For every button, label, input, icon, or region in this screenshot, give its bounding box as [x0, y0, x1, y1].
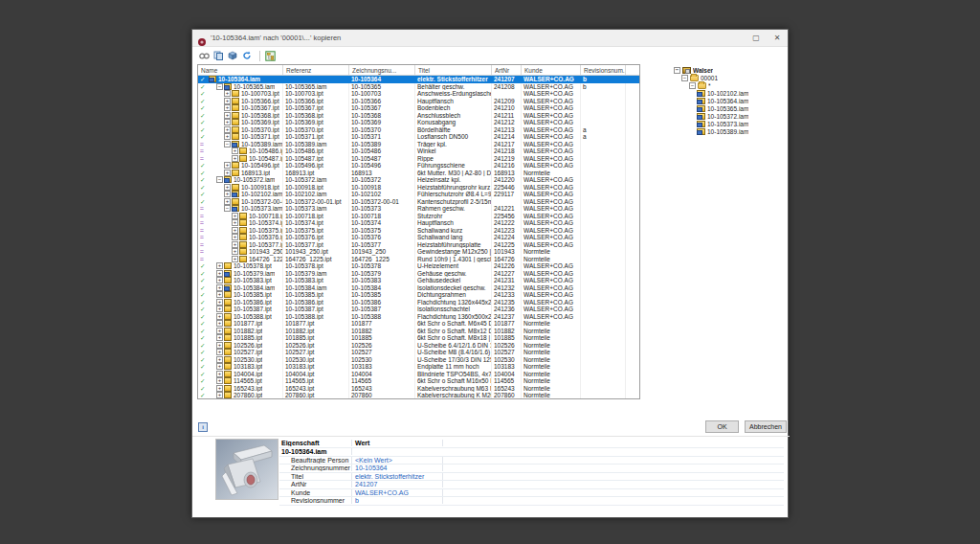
table-row[interactable]: ✓+101885.ipt101885.ipt1018856kt Schr o S… — [198, 334, 639, 342]
expander-icon[interactable]: + — [232, 248, 238, 255]
table-row[interactable]: ✓+10-105370.ipt10-105370.ipt10-105370Bör… — [198, 126, 639, 134]
table-row[interactable]: ✓+10-105384.iam10-105384.iam10-105384Iso… — [198, 284, 639, 292]
table-row[interactable]: ✓+10-105386.ipt10-105386.ipt10-105386Fla… — [198, 299, 639, 306]
expander-icon[interactable]: + — [232, 219, 238, 226]
table-row[interactable]: ✓+10-105378.ipt10-105378.ipt10-105378U-H… — [198, 262, 639, 270]
expander-icon[interactable]: + — [216, 313, 223, 320]
column-header[interactable]: Revisionsnum... — [581, 65, 626, 75]
property-value[interactable]: elektr. Stickstofferhitzer — [352, 473, 443, 480]
column-header[interactable]: Zeichnungsnu... — [349, 65, 415, 75]
property-value[interactable]: b — [352, 497, 443, 504]
ok-button[interactable]: OK — [705, 420, 739, 433]
table-row[interactable]: ✓+168913.ipt168913.ipt1689136kt Mutter. … — [198, 170, 639, 177]
expander-icon[interactable]: − — [224, 205, 231, 212]
expander-icon[interactable]: − — [674, 67, 680, 74]
expander-icon[interactable]: + — [224, 98, 231, 104]
expander-icon[interactable]: + — [216, 371, 223, 377]
expander-icon[interactable]: + — [216, 277, 223, 283]
expander-icon[interactable]: − — [216, 83, 223, 90]
table-row[interactable]: =+10-105377.ipt10-105377.ipt10-105377Hei… — [198, 241, 639, 249]
table-row[interactable]: ✓+102527.ipt102527.ipt102527U-Scheibe M8… — [198, 349, 639, 356]
table-row[interactable]: =+10-105486.ipt10-105486.ipt10-105486Win… — [198, 147, 639, 155]
component-icon[interactable] — [227, 50, 238, 61]
expander-icon[interactable]: + — [232, 155, 238, 162]
table-row[interactable]: ✓+10-100703.ipt10-100703.ipt10-100703Ans… — [198, 90, 639, 98]
column-header[interactable]: Name — [198, 65, 283, 75]
expander-icon[interactable]: + — [224, 126, 231, 133]
property-value[interactable]: 10-105364 — [352, 465, 443, 471]
tree-item[interactable]: −* — [674, 81, 787, 89]
table-row[interactable]: =+10-105374.ipt10-105374.ipt10-105374Hau… — [198, 219, 639, 227]
expander-icon[interactable]: + — [232, 256, 238, 262]
expander-icon[interactable]: + — [216, 342, 223, 349]
table-row[interactable]: ✓+207860.ipt207860.ipt207860Kabelverschr… — [198, 392, 639, 399]
table-row[interactable]: ✓10-105364.iam10-105364elektr. Stickstof… — [198, 76, 639, 83]
table-row[interactable]: ✓+101877.ipt101877.ipt1018776kt Schr o S… — [198, 320, 639, 328]
expander-icon[interactable]: + — [216, 299, 223, 306]
expander-icon[interactable]: − — [689, 82, 696, 89]
close-button[interactable]: ✕ — [767, 30, 788, 47]
table-row[interactable]: =+10-105376.ipt10-105376.ipt10-105376Sch… — [198, 234, 639, 241]
table-row[interactable]: ✓+10-105388.ipt10-105388.ipt10-105388Fla… — [198, 313, 639, 321]
table-row[interactable]: =+10-105375.ipt10-105375.ipt10-105375Sch… — [198, 227, 639, 235]
tree-item[interactable]: 10-105389.iam — [674, 127, 787, 135]
refresh-icon[interactable] — [241, 50, 253, 61]
expander-icon[interactable]: + — [216, 392, 223, 398]
expander-icon[interactable]: + — [232, 227, 238, 234]
property-value[interactable]: 241207 — [352, 481, 443, 487]
expander-icon[interactable]: + — [216, 349, 223, 355]
table-row[interactable]: =−10-105373.iam10-105373.iam10-105373Rah… — [198, 205, 639, 213]
table-row[interactable]: ✓+10-105379.iam10-105379.iam10-105379Geh… — [198, 270, 639, 278]
expander-icon[interactable]: + — [216, 270, 223, 277]
copy-icon[interactable] — [212, 50, 224, 61]
maximize-button[interactable]: ▢ — [746, 30, 767, 47]
table-row[interactable]: ✓+10-105496.ipt10-105496.ipt10-105496Füh… — [198, 162, 639, 170]
tree-item[interactable]: 10-105365.iam — [674, 104, 787, 112]
table-row[interactable]: ✓+10-100918.ipt10-100918.ipt10-100918Hei… — [198, 184, 639, 192]
expander-icon[interactable]: + — [216, 356, 223, 363]
table-row[interactable]: =+101943_250.ipt101943_250.ipt101943_250… — [198, 248, 639, 256]
expander-icon[interactable]: + — [224, 133, 231, 140]
table-row[interactable]: =+164726_1225.ipt164726_1225.ipt164726_1… — [198, 256, 639, 263]
table-row[interactable]: ✓+10-105385.ipt10-105385.ipt10-105385Dic… — [198, 291, 639, 299]
table-row[interactable]: ✓+10-105372-00-01.ipt10-105372-00-01.ipt… — [198, 198, 639, 206]
expander-icon[interactable]: + — [224, 119, 231, 125]
column-header[interactable]: Referenz — [283, 65, 349, 75]
table-row[interactable]: ✓+10-105387.ipt10-105387.ipt10-105387Iso… — [198, 306, 639, 313]
table-row[interactable]: ✓+10-102102.iam10-102102.iam10-102102Füh… — [198, 191, 639, 198]
table-row[interactable]: =−10-105389.iam10-105389.iam10-105389Trä… — [198, 141, 639, 148]
cancel-button[interactable]: Abbrechen — [745, 420, 787, 433]
expander-icon[interactable]: + — [224, 112, 231, 119]
expander-icon[interactable]: + — [224, 90, 231, 97]
table-row[interactable]: ✓+104004.ipt104004.ipt104004Blindniete T… — [198, 371, 639, 378]
expander-icon[interactable]: + — [216, 262, 223, 269]
expander-icon[interactable]: + — [232, 213, 238, 219]
expander-icon[interactable]: + — [224, 170, 231, 176]
table-row[interactable]: ✓+10-105369.ipt10-105369.ipt10-105369Kon… — [198, 119, 639, 126]
expander-icon[interactable]: + — [224, 162, 231, 169]
tree-item[interactable]: 10-105364.iam — [674, 97, 787, 104]
table-row[interactable]: ✓+114565.ipt114565.ipt1145656kt Schr o S… — [198, 377, 639, 385]
table-row[interactable]: ✓+10-105368.ipt10-105368.ipt10-105368Ans… — [198, 112, 639, 120]
expander-icon[interactable]: + — [232, 147, 238, 154]
expander-icon[interactable]: + — [224, 191, 231, 197]
property-value[interactable]: WALSER+CO.AG — [352, 489, 443, 496]
expander-icon[interactable]: − — [681, 75, 688, 81]
expander-icon[interactable]: + — [224, 184, 231, 191]
table-row[interactable]: ✓+10-105383.ipt10-105383.ipt10-105383Geh… — [198, 277, 639, 284]
expander-icon[interactable]: + — [216, 363, 223, 370]
expander-icon[interactable]: + — [216, 320, 223, 327]
expander-icon[interactable]: + — [232, 241, 238, 248]
tree-item[interactable]: −00001 — [674, 74, 787, 81]
table-row[interactable]: ✓−10-105372.iam10-105372.iam10-105372Hei… — [198, 176, 639, 184]
column-header[interactable]: ArtNr — [492, 65, 522, 75]
expander-icon[interactable]: + — [216, 334, 223, 341]
expander-icon[interactable]: + — [232, 234, 238, 240]
column-header[interactable]: Kunde — [522, 65, 581, 75]
table-row[interactable]: ✓+165243.ipt165243.ipt165243Kabelverschr… — [198, 385, 639, 393]
properties-toggle-icon[interactable]: i — [198, 422, 208, 432]
tree-item[interactable]: 10-105373.iam — [674, 120, 787, 127]
table-row[interactable]: ✓+102526.ipt102526.ipt102526U-Scheibe 6.… — [198, 342, 639, 350]
expander-icon[interactable]: + — [216, 306, 223, 312]
expander-icon[interactable]: + — [224, 104, 231, 111]
